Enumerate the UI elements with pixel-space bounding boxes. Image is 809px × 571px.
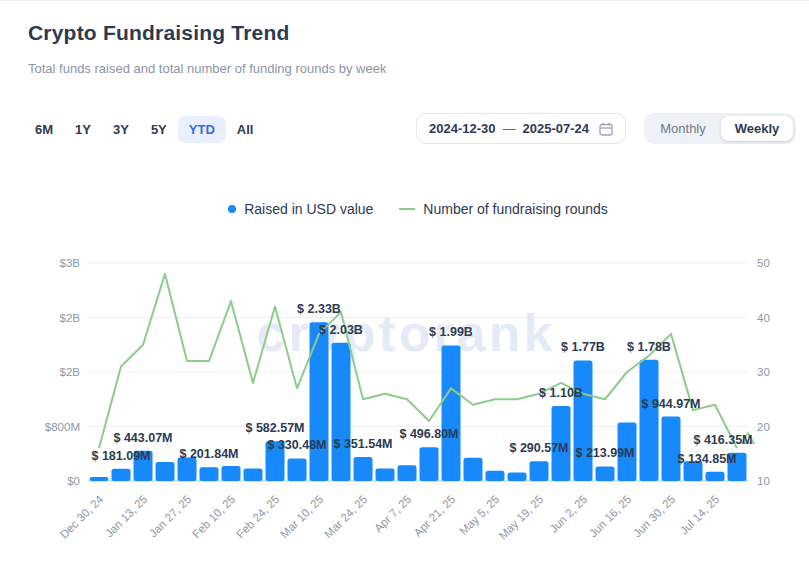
y-right-tick-label: 20 [757,421,770,433]
bar-jun-9-25[interactable] [596,466,615,481]
bar-value-label: $ 2.33B [297,302,341,316]
x-tick-label: Jun 30, 25 [631,493,677,539]
bar-value-label: $ 181.09M [91,449,150,463]
bar-may-5-25[interactable] [486,471,505,481]
bar-jun-2-25[interactable] [574,360,593,481]
y-left-tick-label: $0 [67,475,80,487]
bar-jun-30-25[interactable] [662,417,681,481]
y-right-tick-label: 40 [757,312,770,324]
bar-value-label: $ 1.78B [627,340,671,354]
fundraising-chart: $010$800M20$2B30$2B40$3B50cryptorank$ 18… [0,1,809,571]
y-left-tick-label: $2B [60,366,81,378]
bar-feb-10-25[interactable] [222,466,241,481]
y-right-tick-label: 50 [757,257,770,269]
bar-value-label: $ 290.57M [509,441,568,455]
x-tick-label: Jun 16, 25 [587,493,633,539]
bar-may-12-25[interactable] [508,472,527,481]
crypto-fundraising-widget: Crypto Fundraising Trend Total funds rai… [0,0,809,571]
bar-value-label: $ 134.85M [677,452,736,466]
x-tick-label: Jan 27, 25 [147,493,193,539]
x-tick-label: Feb 10, 25 [190,493,237,540]
bar-mar-17-25[interactable] [332,343,351,481]
bar-value-label: $ 201.84M [179,447,238,461]
bar-jul-14-25[interactable] [706,472,725,481]
bar-feb-3-25[interactable] [200,467,219,481]
x-tick-label: Feb 24, 25 [234,493,281,540]
bar-mar-31-25[interactable] [376,468,395,481]
bar-apr-21-25[interactable] [442,345,461,481]
bar-value-label: $ 330.48M [267,438,326,452]
x-tick-label: May 5, 25 [457,493,501,537]
bar-value-label: $ 944.97M [641,397,700,411]
x-tick-label: Apr 7, 25 [372,493,413,534]
bar-value-label: $ 582.57M [245,421,304,435]
bar-value-label: $ 351.54M [333,437,392,451]
bar-apr-14-25[interactable] [420,447,439,481]
bar-mar-3-25[interactable] [288,458,307,481]
bar-value-label: $ 496.80M [399,427,458,441]
bar-value-label: $ 2.03B [319,323,363,337]
y-right-tick-label: 10 [757,475,770,487]
x-tick-label: Jan 13, 25 [103,493,149,539]
bar-apr-28-25[interactable] [464,458,483,481]
bar-dec-30-24[interactable] [90,477,109,481]
y-left-tick-label: $3B [60,257,81,269]
x-tick-label: Mar 24, 25 [322,493,369,540]
bar-value-label: $ 443.07M [113,431,172,445]
y-left-tick-label: $800M [45,421,80,433]
bar-jan-6-25[interactable] [112,469,131,481]
x-tick-label: May 19, 25 [497,493,546,542]
bar-value-label: $ 1.10B [539,386,583,400]
y-left-tick-label: $2B [60,312,81,324]
x-tick-label: Dec 30, 24 [58,493,106,541]
bar-value-label: $ 416.35M [693,433,752,447]
y-right-tick-label: 30 [757,366,770,378]
bar-value-label: $ 1.99B [429,325,473,339]
bar-value-label: $ 213.99M [575,446,634,460]
x-tick-label: Apr 21, 25 [411,493,457,539]
bar-jun-23-25[interactable] [640,360,659,481]
x-tick-label: Jul 14, 25 [678,493,722,537]
bar-feb-17-25[interactable] [244,468,263,481]
bar-jan-20-25[interactable] [156,462,175,481]
bar-may-19-25[interactable] [530,461,549,481]
bar-mar-10-25[interactable] [310,322,329,481]
bar-value-label: $ 1.77B [561,340,605,354]
x-tick-label: Mar 10, 25 [278,493,325,540]
bar-mar-24-25[interactable] [354,457,373,481]
bar-apr-7-25[interactable] [398,465,417,481]
x-tick-label: Jun 2, 25 [547,493,589,535]
